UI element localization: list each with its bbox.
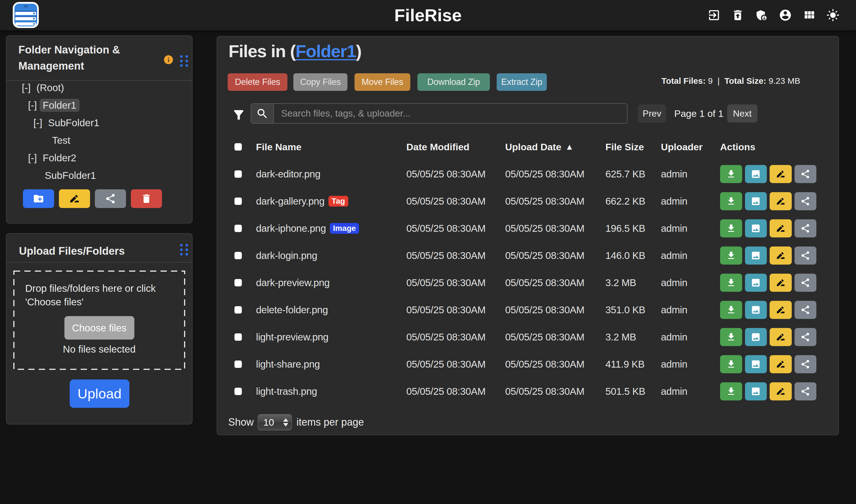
admin-panel-icon[interactable] <box>755 8 768 22</box>
upload-dropzone[interactable]: Drop files/folders here or click 'Choose… <box>13 271 185 370</box>
preview-image-button[interactable] <box>745 192 767 210</box>
file-name[interactable]: dark-editor.png <box>256 168 320 180</box>
col-header-file-name[interactable]: File Name <box>256 142 406 152</box>
share-file-button[interactable] <box>794 192 817 210</box>
select-all-checkbox[interactable] <box>234 143 242 150</box>
move-files-button[interactable]: Move Files <box>354 73 410 91</box>
tree-folder-label[interactable]: Test <box>49 134 73 147</box>
tree-folder-label[interactable]: Folder1 <box>40 99 80 112</box>
rename-file-button[interactable] <box>770 328 792 346</box>
rename-file-button[interactable] <box>770 355 792 373</box>
tree-item-test[interactable]: Test <box>6 131 192 149</box>
restore-trash-icon[interactable] <box>731 8 745 22</box>
file-name[interactable]: light-trash.png <box>256 386 317 397</box>
download-file-button[interactable] <box>720 382 742 400</box>
tree-item-subfolder1[interactable]: [-] SubFolder1 <box>6 114 192 131</box>
row-checkbox[interactable] <box>234 198 242 205</box>
row-checkbox[interactable] <box>234 388 242 395</box>
share-file-button[interactable] <box>794 274 817 292</box>
tree-toggle[interactable]: [-] <box>28 100 40 111</box>
download-file-button[interactable] <box>720 247 742 265</box>
extract-zip-button[interactable]: Extract Zip <box>497 73 547 91</box>
preview-image-button[interactable] <box>745 355 767 373</box>
preview-image-button[interactable] <box>745 328 767 346</box>
share-file-button[interactable] <box>794 382 817 400</box>
next-page-button[interactable]: Next <box>727 104 757 123</box>
tree-toggle[interactable]: [-] <box>28 152 40 164</box>
row-checkbox[interactable] <box>234 252 242 259</box>
row-checkbox[interactable] <box>234 170 242 178</box>
row-checkbox[interactable] <box>234 306 242 313</box>
account-circle-icon[interactable] <box>779 8 792 22</box>
row-checkbox[interactable] <box>234 334 242 341</box>
col-header-file-size[interactable]: File Size <box>606 142 661 152</box>
tree-folder-label[interactable]: SubFolder1 <box>41 169 99 182</box>
rename-folder-button[interactable] <box>59 189 90 208</box>
share-file-button[interactable] <box>794 301 817 319</box>
info-icon[interactable] <box>163 54 174 65</box>
tree-item-folder1[interactable]: [-] Folder1 <box>6 96 192 114</box>
tree-toggle[interactable]: [-] <box>33 117 45 128</box>
tree-folder-label[interactable]: SubFolder1 <box>45 116 103 129</box>
drag-handle-icon[interactable] <box>180 55 188 67</box>
rename-file-button[interactable] <box>770 192 792 210</box>
preview-image-button[interactable] <box>745 219 767 237</box>
tree-item-folder2[interactable]: [-] Folder2 <box>6 149 192 167</box>
logout-icon[interactable] <box>707 8 721 22</box>
col-header-upload-date[interactable]: Upload Date▲ <box>505 142 606 152</box>
rename-file-button[interactable] <box>770 274 792 292</box>
file-name[interactable]: light-preview.png <box>256 331 329 343</box>
preview-image-button[interactable] <box>745 382 767 400</box>
filter-icon[interactable] <box>232 108 246 122</box>
upload-button[interactable]: Upload <box>70 379 129 408</box>
file-name[interactable]: dark-gallery.png <box>256 196 325 207</box>
file-name[interactable]: dark-iphone.png <box>256 223 326 234</box>
preview-image-button[interactable] <box>745 165 767 183</box>
share-folder-button[interactable] <box>95 189 126 208</box>
tree-folder-label[interactable]: Folder2 <box>40 151 80 164</box>
preview-image-button[interactable] <box>745 274 767 292</box>
delete-files-button[interactable]: Delete Files <box>228 73 287 91</box>
download-file-button[interactable] <box>720 355 742 373</box>
preview-image-button[interactable] <box>745 247 767 265</box>
rename-file-button[interactable] <box>770 382 792 400</box>
share-file-button[interactable] <box>794 165 817 183</box>
share-file-button[interactable] <box>794 328 817 346</box>
col-header-date-modified[interactable]: Date Modified <box>406 142 505 152</box>
download-zip-button[interactable]: Download Zip <box>417 73 490 91</box>
light-mode-icon[interactable] <box>826 8 840 22</box>
choose-files-button[interactable]: Choose files <box>64 316 134 340</box>
file-name[interactable]: delete-folder.png <box>256 304 328 316</box>
prev-page-button[interactable]: Prev <box>638 104 666 123</box>
download-file-button[interactable] <box>720 219 742 237</box>
share-file-button[interactable] <box>794 355 817 373</box>
search-input[interactable] <box>274 104 627 123</box>
tree-folder-label[interactable]: (Root) <box>33 81 67 94</box>
download-file-button[interactable] <box>720 192 742 210</box>
file-name[interactable]: dark-preview.png <box>256 277 330 288</box>
share-file-button[interactable] <box>794 247 817 265</box>
rename-file-button[interactable] <box>770 301 792 319</box>
file-name[interactable]: light-share.png <box>256 359 320 370</box>
tree-item-root[interactable]: [-] (Root) <box>6 79 192 96</box>
download-file-button[interactable] <box>720 274 742 292</box>
row-checkbox[interactable] <box>234 225 242 232</box>
apps-grid-icon[interactable] <box>802 8 816 22</box>
preview-image-button[interactable] <box>745 301 767 319</box>
copy-files-button[interactable]: Copy Files <box>293 73 347 91</box>
file-name[interactable]: dark-login.png <box>256 250 317 261</box>
tree-item-folder2-subfolder1[interactable]: SubFolder1 <box>6 167 192 184</box>
drag-handle-icon[interactable] <box>180 244 188 256</box>
row-checkbox[interactable] <box>234 279 242 286</box>
download-file-button[interactable] <box>720 301 742 319</box>
row-checkbox[interactable] <box>234 361 242 368</box>
current-folder-link[interactable]: Folder1 <box>295 41 356 61</box>
rename-file-button[interactable] <box>770 219 792 237</box>
share-file-button[interactable] <box>794 219 817 237</box>
tree-toggle[interactable]: [-] <box>22 82 33 93</box>
rename-file-button[interactable] <box>770 165 792 183</box>
rename-file-button[interactable] <box>770 247 792 265</box>
col-header-uploader[interactable]: Uploader <box>661 142 720 152</box>
delete-folder-button[interactable] <box>131 189 162 208</box>
download-file-button[interactable] <box>720 165 742 183</box>
